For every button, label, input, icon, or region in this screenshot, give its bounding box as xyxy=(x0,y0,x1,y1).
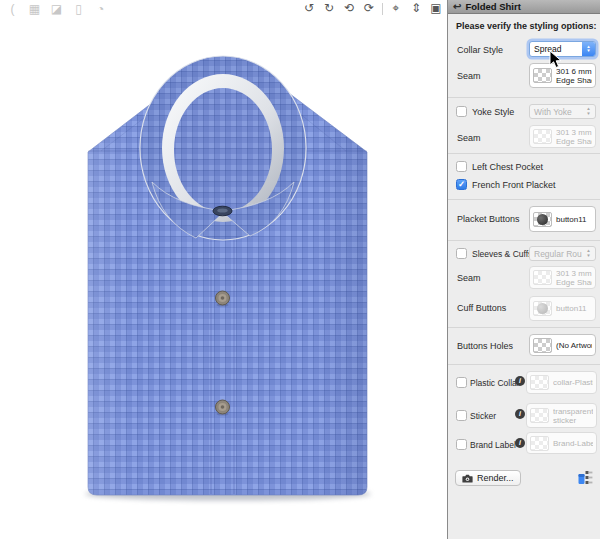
stepper-icon: ▲▼ xyxy=(582,42,595,56)
panel-subtitle: Please verify the styling options: xyxy=(456,21,597,31)
plastic-collar-checkbox[interactable] xyxy=(456,377,467,388)
info-icon[interactable]: i xyxy=(515,376,525,386)
panel-toggle-icon[interactable]: ▣ xyxy=(429,1,443,16)
orbit-vertical-icon[interactable]: ⟳ xyxy=(362,1,376,16)
zoom-target-icon[interactable]: ⌖ xyxy=(389,1,403,16)
seam-yoke-label: Seam xyxy=(457,133,481,143)
info-icon[interactable]: i xyxy=(515,438,525,448)
panel-title: Folded Shirt xyxy=(465,1,520,12)
artwork-thumbnail-icon xyxy=(530,375,549,390)
brand-label-checkbox[interactable] xyxy=(456,439,467,450)
move-updown-icon[interactable]: ⇕ xyxy=(409,1,423,16)
seam-yoke-button: 301 3 mm Edge Shadow xyxy=(529,125,596,148)
view-toolbar: ↺ ↻ ⟲ ⟳ ⌖ ⇕ ▣ xyxy=(302,1,443,16)
divider xyxy=(448,327,600,328)
yoke-style-value: With Yoke xyxy=(530,107,582,117)
yoke-style-checkbox[interactable] xyxy=(456,106,467,117)
placket-buttons-button[interactable]: button11 xyxy=(529,206,596,232)
brand-label-label: Brand Label xyxy=(470,440,516,450)
sleeves-cuffs-value: Regular Rou... xyxy=(530,249,582,259)
seam-collar-label: Seam xyxy=(457,71,481,81)
panel-header: ↩ Folded Shirt xyxy=(448,0,600,14)
render-queue-icon[interactable] xyxy=(578,470,593,485)
sleeves-cuffs-label: Sleeves & Cuffs xyxy=(472,249,532,259)
collar-style-label: Collar Style xyxy=(457,45,503,55)
shirt-viewport[interactable]: ( ▦ ◪ ▯ ◔ ↺ ↻ ⟲ ⟳ ⌖ ⇕ ▣ xyxy=(0,0,447,539)
ruler-icon[interactable]: ▯ xyxy=(72,2,85,16)
placket-button-bottom xyxy=(216,400,230,416)
collar xyxy=(140,56,306,240)
seam-thumbnail-icon xyxy=(533,129,552,144)
corner-shape-icon[interactable]: ◪ xyxy=(50,2,63,16)
seam-cuffs-button: 301 3 mm Edge Shadow xyxy=(529,266,596,289)
button-thumbnail-icon xyxy=(533,301,552,316)
curve-tool-icon[interactable]: ( xyxy=(6,2,19,16)
styling-panel: ↩ Folded Shirt Please verify the styling… xyxy=(447,0,600,539)
button-thumbnail-icon xyxy=(533,212,552,227)
seam-collar-button[interactable]: 301 6 mm Edge Shado... xyxy=(529,63,596,88)
cuff-buttons-label: Cuff Buttons xyxy=(457,303,506,313)
check-icon: ✓ xyxy=(458,180,465,189)
artwork-thumbnail-icon xyxy=(530,436,549,451)
orbit-horizontal-icon[interactable]: ⟲ xyxy=(342,1,356,16)
yoke-style-dropdown: With Yoke ▲▼ xyxy=(529,104,596,119)
cuff-buttons-button: button11 xyxy=(529,296,596,321)
rotate-right-icon[interactable]: ↻ xyxy=(322,1,336,16)
app-window: ( ▦ ◪ ▯ ◔ ↺ ↻ ⟲ ⟳ ⌖ ⇕ ▣ xyxy=(0,0,600,539)
grid-icon[interactable]: ▦ xyxy=(28,2,41,16)
sticker-checkbox[interactable] xyxy=(456,410,467,421)
plastic-collar-label: Plastic Collar xyxy=(470,378,520,388)
artwork-thumbnail-icon xyxy=(530,408,549,423)
seam-thumbnail-icon xyxy=(533,270,552,285)
artwork-thumbnail-icon xyxy=(533,338,552,353)
render-label: Render... xyxy=(477,473,514,483)
yoke-style-label: Yoke Style xyxy=(472,107,514,117)
shirt-preview xyxy=(0,0,447,539)
collar-style-dropdown[interactable]: Spread ▲▼ xyxy=(529,41,596,57)
toolbar-separator xyxy=(382,3,383,15)
left-chest-pocket-label: Left Chest Pocket xyxy=(472,162,543,172)
camera-icon xyxy=(462,474,473,483)
brand-label-button: Brand-Label xyxy=(526,432,597,454)
sleeves-cuffs-dropdown: Regular Rou... ▲▼ xyxy=(529,246,596,261)
left-chest-pocket-checkbox[interactable] xyxy=(456,161,467,172)
plastic-collar-button: collar-Plastic xyxy=(526,371,597,394)
divider xyxy=(448,97,600,98)
gauge-icon[interactable]: ◔ xyxy=(94,2,107,16)
french-front-placket-label: French Front Placket xyxy=(472,180,556,190)
seam-cuffs-label: Seam xyxy=(457,273,481,283)
rotate-left-icon[interactable]: ↺ xyxy=(302,1,316,16)
sticker-label: Sticker xyxy=(470,411,496,421)
divider xyxy=(448,153,600,154)
divider xyxy=(448,199,600,200)
back-icon[interactable]: ↩ xyxy=(453,1,461,12)
sleeves-cuffs-checkbox[interactable] xyxy=(456,248,467,259)
collar-button xyxy=(213,206,232,216)
buttons-holes-label: Buttons Holes xyxy=(457,341,513,351)
divider xyxy=(448,364,600,365)
placket-buttons-label: Placket Buttons xyxy=(457,214,520,224)
sticker-button: transparent- sticker xyxy=(526,403,597,428)
buttons-holes-button[interactable]: (No Artwork) xyxy=(529,334,596,356)
placket-button-top xyxy=(216,291,230,307)
canvas-toolbar: ( ▦ ◪ ▯ ◔ xyxy=(6,2,107,16)
stepper-icon: ▲▼ xyxy=(582,247,595,260)
stepper-icon: ▲▼ xyxy=(582,105,595,118)
render-button[interactable]: Render... xyxy=(455,470,521,486)
seam-thumbnail-icon xyxy=(533,68,552,83)
divider xyxy=(448,240,600,241)
info-icon[interactable]: i xyxy=(515,409,525,419)
french-front-placket-checkbox[interactable]: ✓ xyxy=(456,179,467,190)
collar-style-value: Spread xyxy=(530,44,582,54)
